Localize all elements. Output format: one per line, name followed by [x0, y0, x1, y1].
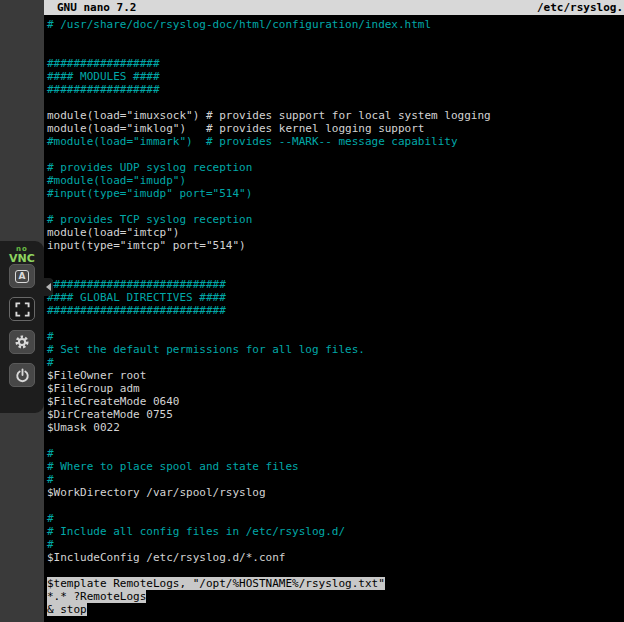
- editor-line: #: [47, 538, 624, 551]
- screen: GNU nano 7.2 /etc/rsyslog. # /usr/share/…: [0, 0, 624, 622]
- vnc-control-bar: no VNC A: [0, 241, 44, 413]
- editor-line: #module(load="immark") # provides --MARK…: [47, 135, 624, 148]
- editor-line: module(load="imuxsock") # provides suppo…: [47, 109, 624, 122]
- editor-line: #### GLOBAL DIRECTIVES ####: [47, 291, 624, 304]
- editor-line: [47, 564, 624, 577]
- fullscreen-icon: [15, 302, 30, 317]
- power-icon: [15, 368, 30, 383]
- editor-line: #input(type="imudp" port="514"): [47, 187, 624, 200]
- editor-line: # Set the default permissions for all lo…: [47, 343, 624, 356]
- editor-line: # provides UDP syslog reception: [47, 161, 624, 174]
- editor-line: $IncludeConfig /etc/rsyslog.d/*.conf: [47, 551, 624, 564]
- editor-line: #: [47, 330, 624, 343]
- vnc-fullscreen-button[interactable]: [9, 297, 35, 321]
- control-bar-collapse-handle[interactable]: [44, 278, 53, 296]
- editor-line: ###########################: [47, 278, 624, 291]
- editor-line: #: [47, 473, 624, 486]
- editor-line: *.* ?RemoteLogs: [47, 590, 624, 603]
- keyboard-a-icon: A: [15, 270, 30, 283]
- editor-line: #: [47, 356, 624, 369]
- editor-line: #: [47, 512, 624, 525]
- vnc-power-button[interactable]: [9, 363, 35, 387]
- editor-line: [47, 31, 624, 44]
- editor-line: $FileGroup adm: [47, 382, 624, 395]
- editor-line: $FileCreateMode 0640: [47, 395, 624, 408]
- nano-app-title: GNU nano 7.2: [57, 0, 136, 15]
- editor-line: $template RemoteLogs, "/opt/%HOSTNAME%/r…: [47, 577, 624, 590]
- editor-line: $WorkDirectory /var/spool/rsyslog: [47, 486, 624, 499]
- editor-line: [47, 148, 624, 161]
- editor-line: module(load="imtcp"): [47, 226, 624, 239]
- editor-line: #### MODULES ####: [47, 70, 624, 83]
- editor-line: #module(load="imudp"): [47, 174, 624, 187]
- editor-buffer[interactable]: # /usr/share/doc/rsyslog-doc/html/config…: [44, 15, 624, 616]
- editor-line: $Umask 0022: [47, 421, 624, 434]
- editor-line: $DirCreateMode 0755: [47, 408, 624, 421]
- editor-line: module(load="imklog") # provides kernel …: [47, 122, 624, 135]
- nano-file-path: /etc/rsyslog.: [537, 0, 623, 15]
- chevron-left-icon: [46, 283, 51, 291]
- editor-line: ###########################: [47, 304, 624, 317]
- novnc-logo-vnc: VNC: [0, 253, 44, 264]
- editor-line: # Include all config files in /etc/rsysl…: [47, 525, 624, 538]
- editor-line: [47, 317, 624, 330]
- editor-line: # /usr/share/doc/rsyslog-doc/html/config…: [47, 18, 624, 31]
- editor-line: #################: [47, 83, 624, 96]
- editor-line: #: [47, 447, 624, 460]
- editor-line: # Where to place spool and state files: [47, 460, 624, 473]
- editor-line: [47, 434, 624, 447]
- editor-line: # provides TCP syslog reception: [47, 213, 624, 226]
- editor-line: [47, 200, 624, 213]
- editor-line: [47, 252, 624, 265]
- gear-icon: [14, 334, 30, 350]
- editor-line: #################: [47, 57, 624, 70]
- nano-titlebar: GNU nano 7.2 /etc/rsyslog.: [44, 0, 624, 15]
- novnc-logo: no VNC: [0, 241, 44, 264]
- editor-line: $FileOwner root: [47, 369, 624, 382]
- editor-line: input(type="imtcp" port="514"): [47, 239, 624, 252]
- editor-line: [47, 96, 624, 109]
- editor-line: [47, 265, 624, 278]
- editor-line: [47, 44, 624, 57]
- vnc-keyboard-button[interactable]: A: [9, 264, 35, 288]
- vnc-settings-button[interactable]: [9, 330, 35, 354]
- terminal-window: GNU nano 7.2 /etc/rsyslog. # /usr/share/…: [44, 0, 624, 622]
- editor-line: & stop: [47, 603, 624, 616]
- editor-line: [47, 499, 624, 512]
